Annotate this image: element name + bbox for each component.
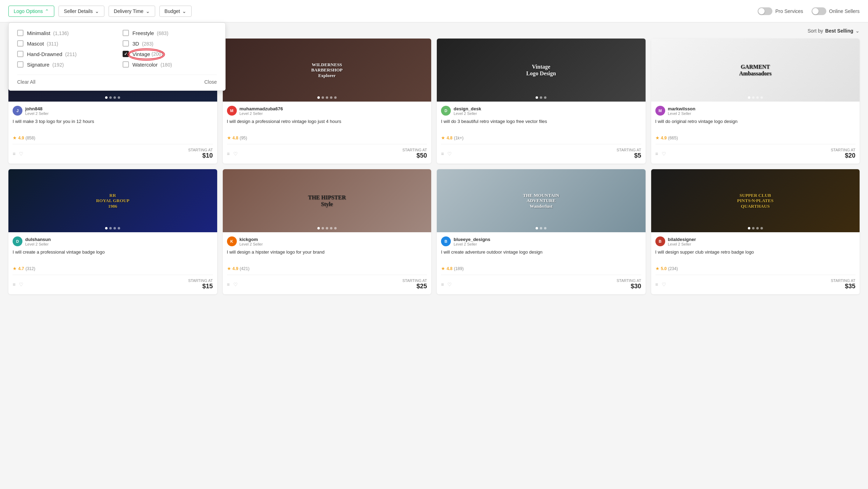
budget-filter[interactable]: Budget ⌄	[159, 6, 192, 17]
heart-icon[interactable]: ♡	[19, 151, 23, 157]
heart-icon[interactable]: ♡	[662, 282, 666, 287]
carousel-dot[interactable]	[326, 96, 328, 99]
carousel-dot[interactable]	[536, 227, 538, 229]
menu-icon[interactable]: ≡	[441, 151, 444, 157]
online-sellers-toggle[interactable]	[812, 7, 826, 15]
carousel-dot[interactable]	[330, 227, 332, 229]
heart-icon[interactable]: ♡	[233, 151, 238, 157]
price-value: $30	[631, 283, 641, 290]
carousel-dot[interactable]	[118, 227, 120, 229]
carousel-dot[interactable]	[322, 96, 324, 99]
carousel-dot[interactable]	[540, 96, 542, 99]
menu-icon[interactable]: ≡	[655, 151, 658, 157]
carousel-dot[interactable]	[109, 96, 112, 99]
carousel-dot[interactable]	[317, 96, 320, 99]
carousel-dot[interactable]	[544, 96, 546, 99]
seller-name[interactable]: john848	[25, 106, 49, 111]
option-freestyle[interactable]: Freestyle (683)	[123, 30, 217, 36]
menu-icon[interactable]: ≡	[441, 282, 444, 287]
option-label-3d: 3D (283)	[132, 41, 153, 47]
option-vintage[interactable]: Vintage (200)	[123, 51, 217, 57]
carousel-dot[interactable]	[760, 227, 763, 229]
menu-icon[interactable]: ≡	[13, 282, 15, 287]
checkbox-3d[interactable]	[123, 40, 129, 47]
carousel-dot[interactable]	[756, 227, 759, 229]
carousel-dot[interactable]	[748, 227, 750, 229]
menu-icon[interactable]: ≡	[13, 151, 15, 157]
checkbox-signature[interactable]	[17, 61, 23, 68]
logo-options-filter[interactable]: Logo Options ⌃	[8, 6, 54, 17]
carousel-dot[interactable]	[317, 227, 320, 229]
option-hand-drawned[interactable]: Hand-Drawned (211)	[17, 51, 111, 57]
rating-number: 4.9	[18, 136, 24, 140]
product-card[interactable]: THE HIPSTERStyle K kickgom Level 2 Selle…	[223, 169, 432, 294]
checkbox-watercolor[interactable]	[123, 61, 129, 68]
seller-name[interactable]: design_desk	[454, 106, 481, 111]
close-button[interactable]: Close	[204, 79, 217, 85]
carousel-dot[interactable]	[334, 227, 337, 229]
star-icon: ★	[227, 135, 231, 140]
seller-details-filter[interactable]: Seller Details ⌄	[58, 6, 104, 17]
carousel-dot[interactable]	[105, 227, 108, 229]
checkbox-minimalist[interactable]	[17, 30, 23, 36]
carousel-dot[interactable]	[334, 96, 337, 99]
product-card[interactable]: VintageLogo Design D design_desk Level 2…	[437, 39, 646, 164]
carousel-dot[interactable]	[540, 227, 542, 229]
carousel-dot[interactable]	[544, 227, 546, 229]
seller-name[interactable]: muhammadzuba676	[240, 106, 283, 111]
price-block: STARTING AT $5	[616, 148, 641, 159]
seller-name[interactable]: markwilsson	[668, 106, 696, 111]
option-3d[interactable]: 3D (283)	[123, 40, 217, 47]
carousel-dot[interactable]	[536, 96, 538, 99]
carousel-dot[interactable]	[105, 96, 108, 99]
menu-icon[interactable]: ≡	[655, 282, 658, 287]
product-card[interactable]: SUPPER CLUBPINTS·N·PLATESQUARTHAUS B bil…	[651, 169, 860, 294]
product-card[interactable]: WILDERNESSBARBERSHOPExplorer M muhammadz…	[223, 39, 432, 164]
option-watercolor[interactable]: Watercolor (180)	[123, 61, 217, 68]
carousel-dot[interactable]	[113, 96, 116, 99]
checkbox-hand-drawned[interactable]	[17, 51, 23, 57]
price-block: STARTING AT $25	[402, 278, 427, 290]
starting-at-label: STARTING AT	[402, 278, 427, 283]
product-card[interactable]: GARMENTAmbassadors M markwilsson Level 2…	[651, 39, 860, 164]
pro-services-toggle[interactable]	[758, 7, 772, 15]
logo-options-dropdown: Minimalist (1,136) Freestyle (683) Masco…	[8, 22, 226, 91]
carousel-dot[interactable]	[752, 227, 755, 229]
product-card[interactable]: THE MOUNTAINADVENTUREWanderlust B blueey…	[437, 169, 646, 294]
carousel-dot[interactable]	[326, 227, 328, 229]
carousel-dot[interactable]	[756, 96, 759, 99]
seller-name[interactable]: dulshansun	[25, 237, 51, 242]
heart-icon[interactable]: ♡	[662, 151, 666, 157]
carousel-dot[interactable]	[118, 96, 120, 99]
option-mascot[interactable]: Mascot (311)	[17, 40, 111, 47]
checkbox-mascot[interactable]	[17, 40, 23, 47]
sort-value[interactable]: Best Selling	[825, 28, 853, 34]
option-minimalist[interactable]: Minimalist (1,136)	[17, 30, 111, 36]
chevron-down-icon: ⌄	[95, 8, 99, 14]
carousel-dot[interactable]	[322, 227, 324, 229]
clear-all-button[interactable]: Clear All	[17, 79, 35, 85]
heart-icon[interactable]: ♡	[233, 282, 238, 287]
price-block: STARTING AT $30	[616, 278, 641, 290]
sort-chevron-icon[interactable]: ⌄	[855, 28, 860, 34]
menu-icon[interactable]: ≡	[227, 151, 230, 157]
product-card[interactable]: RRROYAL GROUP1986 D dulshansun Level 2 S…	[8, 169, 217, 294]
checkbox-vintage[interactable]	[123, 51, 129, 57]
seller-name[interactable]: kickgom	[240, 237, 263, 242]
carousel-dot[interactable]	[109, 227, 112, 229]
carousel-dot[interactable]	[748, 96, 750, 99]
carousel-dot[interactable]	[752, 96, 755, 99]
carousel-dot[interactable]	[330, 96, 332, 99]
delivery-time-filter[interactable]: Delivery Time ⌄	[109, 6, 155, 17]
carousel-dot[interactable]	[113, 227, 116, 229]
checkbox-freestyle[interactable]	[123, 30, 129, 36]
menu-icon[interactable]: ≡	[227, 282, 230, 287]
heart-icon[interactable]: ♡	[19, 282, 23, 287]
option-label-hand-drawned: Hand-Drawned (211)	[27, 51, 77, 57]
heart-icon[interactable]: ♡	[447, 282, 452, 287]
seller-name[interactable]: blueeye_designs	[454, 237, 490, 242]
option-signature[interactable]: Signature (192)	[17, 61, 111, 68]
carousel-dot[interactable]	[760, 96, 763, 99]
heart-icon[interactable]: ♡	[447, 151, 452, 157]
seller-name[interactable]: bilaldesigner	[668, 237, 696, 242]
